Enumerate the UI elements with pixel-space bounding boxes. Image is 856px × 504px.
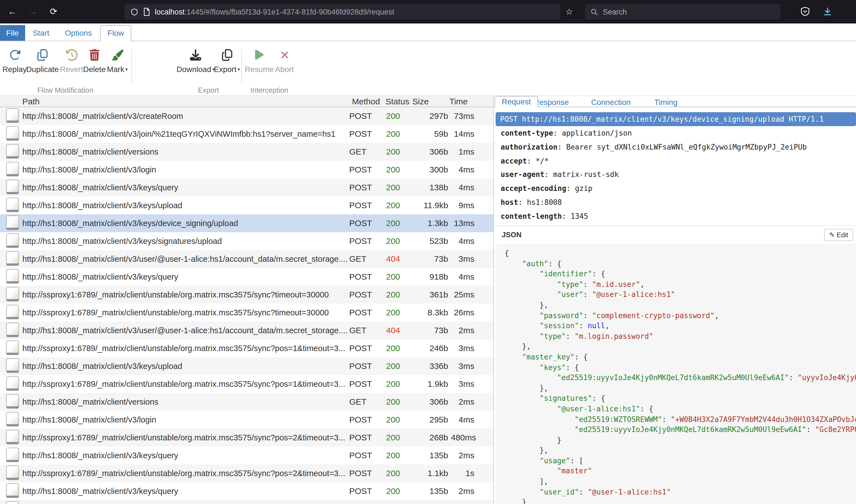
menu-start[interactable]: Start: [33, 25, 49, 41]
column-header-size[interactable]: Size: [412, 96, 429, 107]
flow-status: 200: [386, 429, 400, 447]
page-info-icon[interactable]: [143, 7, 150, 16]
json-line: "type": "m.login.password": [504, 331, 856, 342]
detail-tabs: Request Response Connection Timing: [495, 96, 856, 107]
flow-doc-icon: [6, 198, 19, 212]
flow-row[interactable]: http://hs1:8008/_matrix/client/v3/keys/u…: [0, 357, 493, 375]
search-input[interactable]: [602, 7, 775, 16]
flow-size: 297b: [413, 107, 448, 125]
flow-size: 73b: [413, 322, 448, 339]
column-header-method[interactable]: Method: [352, 96, 380, 107]
forward-icon[interactable]: →: [25, 0, 41, 23]
mitmweb-app: ← → ⟳ localhost:1445/#/flows/fba5f13d-91…: [0, 0, 856, 504]
flow-row[interactable]: http://hs1:8008/_matrix/client/v3/keys/q…: [0, 482, 493, 500]
tab-response[interactable]: Response: [534, 97, 569, 107]
tab-timing[interactable]: Timing: [654, 97, 678, 107]
flow-row-partial[interactable]: [0, 500, 493, 504]
flow-row[interactable]: http://hs1:8008/_matrix/client/versionsG…: [0, 143, 493, 161]
flow-path: http://hs1:8008/_matrix/client/versions: [22, 393, 348, 411]
flow-row[interactable]: http://hs1:8008/_matrix/client/versionsG…: [0, 393, 493, 411]
request-line[interactable]: POST http://hs1:8008/_matrix/client/v3/k…: [496, 112, 856, 126]
flow-row[interactable]: http://hs1:8008/_matrix/client/v3/loginP…: [0, 411, 493, 429]
shield-check-icon[interactable]: [800, 6, 810, 19]
flow-path: http://hs1:8008/_matrix/client/v3/keys/q…: [22, 482, 348, 500]
bookmark-star-icon[interactable]: ☆: [565, 0, 573, 23]
flow-size: 73b: [413, 250, 448, 268]
flow-row[interactable]: http://ssproxy1:6789/_matrix/client/unst…: [0, 464, 493, 482]
flow-size: 361b: [413, 286, 448, 304]
flow-method: POST: [349, 161, 372, 179]
flow-size: 135b: [413, 482, 448, 500]
header-value: : 1345: [562, 212, 588, 220]
flow-row[interactable]: http://hs1:8008/_matrix/client/v3/user/@…: [0, 322, 493, 339]
json-line: },: [504, 300, 856, 311]
column-header-path[interactable]: Path: [22, 96, 40, 107]
flow-row[interactable]: http://hs1:8008/_matrix/client/v3/loginP…: [0, 161, 493, 179]
flow-row[interactable]: http://ssproxy1:6789/_matrix/client/unst…: [0, 339, 493, 357]
flow-doc-icon: [6, 180, 19, 194]
flow-time: 2ms: [451, 482, 474, 500]
flow-row[interactable]: http://hs1:8008/_matrix/client/v3/keys/q…: [0, 268, 493, 286]
flow-size: 306b: [413, 393, 448, 411]
search-bar[interactable]: [585, 4, 781, 20]
menu-file[interactable]: File: [0, 25, 25, 41]
flow-status: 200: [386, 304, 400, 322]
flow-status: 200: [386, 196, 400, 214]
flow-row[interactable]: http://ssproxy1:6789/_matrix/client/unst…: [0, 375, 493, 393]
flow-row[interactable]: http://hs1:8008/_matrix/client/v3/keys/s…: [0, 232, 493, 250]
browser-toolbar: ← → ⟳ localhost:1445/#/flows/fba5f13d-91…: [0, 0, 856, 23]
tab-connection[interactable]: Connection: [591, 97, 631, 107]
flow-status: 200: [386, 161, 400, 179]
flow-row[interactable]: http://hs1:8008/_matrix/client/v3/create…: [0, 107, 493, 125]
flow-method: POST: [349, 304, 372, 322]
reload-icon[interactable]: ⟳: [46, 0, 62, 23]
flow-row[interactable]: http://ssproxy1:6789/_matrix/client/unst…: [0, 286, 493, 304]
flow-time: 14ms: [451, 125, 474, 143]
flow-row[interactable]: http://ssproxy1:6789/_matrix/client/unst…: [0, 429, 493, 447]
flow-row[interactable]: http://hs1:8008/_matrix/client/v3/keys/q…: [0, 447, 493, 464]
column-header-time[interactable]: Time: [444, 96, 468, 107]
flow-doc-icon: [6, 340, 19, 355]
flow-row[interactable]: http://hs1:8008/_matrix/client/v3/keys/u…: [0, 196, 493, 214]
abort-button[interactable]: Abort: [258, 49, 311, 74]
flow-time: 4ms: [451, 411, 474, 429]
flow-size: 8.3kb: [413, 304, 448, 322]
flow-time: 1ms: [451, 143, 474, 161]
json-line: "keys": {: [504, 362, 856, 373]
edit-icon: ✎: [829, 231, 835, 239]
downloads-icon[interactable]: [822, 6, 833, 19]
json-line: "@user-1-alice:hs1": {: [504, 404, 856, 414]
json-line: },: [504, 342, 856, 352]
tab-request[interactable]: Request: [495, 96, 538, 108]
json-body[interactable]: { "auth": { "identifier": { "type": "m.i…: [496, 244, 856, 504]
tab-flow-active[interactable]: Flow: [100, 25, 131, 41]
header-name: user-agent: [501, 170, 545, 179]
column-header-status[interactable]: Status: [386, 96, 409, 107]
flow-row[interactable]: http://hs1:8008/_matrix/client/v3/join/%…: [0, 125, 493, 143]
caret-down-icon: ▾: [125, 67, 128, 72]
flow-row[interactable]: http://hs1:8008/_matrix/client/v3/user/@…: [0, 250, 493, 268]
flow-path: http://hs1:8008/_matrix/client/v3/keys/u…: [22, 357, 348, 375]
menu-options[interactable]: Options: [65, 25, 92, 41]
back-icon[interactable]: ←: [4, 0, 20, 23]
edit-button[interactable]: ✎ Edit: [824, 229, 853, 241]
flow-status: 200: [386, 464, 400, 482]
flow-doc-icon: [6, 501, 19, 504]
flow-row[interactable]: http://ssproxy1:6789/_matrix/client/unst…: [0, 304, 493, 322]
shield-icon[interactable]: [130, 7, 139, 16]
flow-doc-icon: [6, 483, 19, 498]
flow-time: 3ms: [451, 375, 474, 393]
flow-doc-icon: [6, 305, 19, 319]
flow-path: http://hs1:8008/_matrix/client/v3/keys/u…: [22, 196, 348, 214]
flow-doc-icon: [6, 287, 19, 301]
group-caption-export: Export: [198, 86, 219, 94]
url-bar[interactable]: localhost:1445/#/flows/fba5f13d-91e1-437…: [125, 4, 561, 20]
flow-row[interactable]: http://hs1:8008/_matrix/client/v3/keys/q…: [0, 179, 493, 196]
flow-method: POST: [349, 482, 372, 500]
section-divider: [496, 226, 856, 226]
mark-button[interactable]: Mark▾: [90, 49, 144, 74]
flow-doc-icon: [6, 251, 19, 266]
flow-size: 1.3kb: [413, 214, 448, 232]
flow-row[interactable]: http://hs1:8008/_matrix/client/v3/keys/d…: [0, 214, 493, 232]
flow-time: 73ms: [451, 107, 474, 125]
